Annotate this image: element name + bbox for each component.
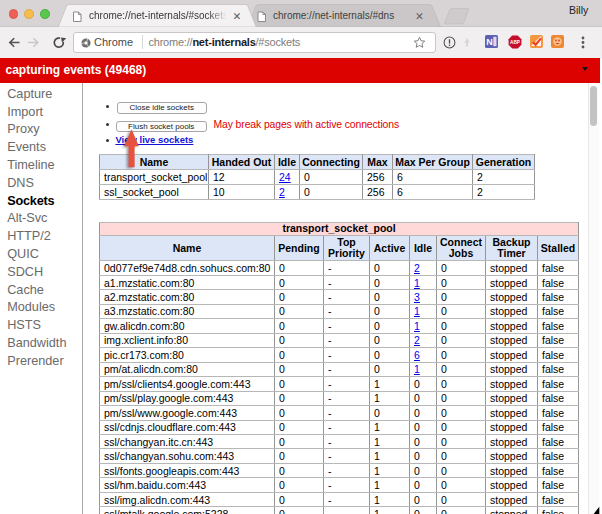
svg-text:N: N xyxy=(486,37,493,47)
svg-text:ABP: ABP xyxy=(510,40,520,45)
